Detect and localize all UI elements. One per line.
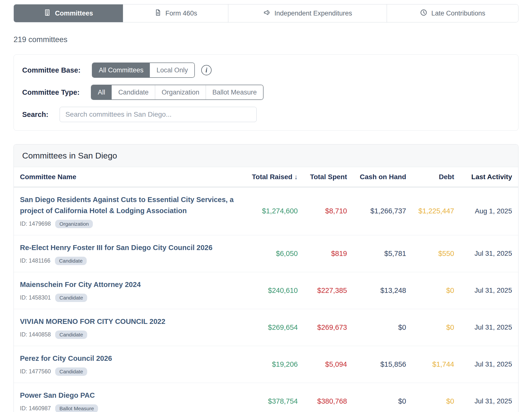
committees-page: Committees Form 460s Independent Expendi…: [0, 0, 532, 412]
total-spent-value: $269,673: [298, 323, 347, 332]
committee-type-badge: Ballot Measure: [55, 404, 98, 412]
column-total-raised[interactable]: Total Raised ↓: [241, 173, 298, 181]
committee-cell: Re-Elect Henry Foster III for San Diego …: [20, 242, 241, 265]
total-raised-value: $240,610: [241, 286, 298, 295]
committee-cell: San Diego Residents Against Cuts to Esse…: [20, 194, 241, 228]
committee-id: ID: 1481166: [20, 257, 50, 264]
committee-cell: Perez for City Council 2026 ID: 1477560 …: [20, 353, 241, 376]
committee-id: ID: 1460987: [20, 405, 51, 412]
total-spent-value: $380,768: [298, 397, 347, 405]
cash-on-hand-value: $15,856: [347, 360, 406, 368]
type-option-candidate[interactable]: Candidate: [112, 85, 155, 99]
tab-late-contributions[interactable]: Late Contributions: [387, 4, 518, 22]
committee-meta: ID: 1479698 Organization: [20, 220, 241, 228]
table-row: Maienschein For City Attorney 2024 ID: 1…: [14, 272, 518, 309]
cash-on-hand-value: $5,781: [347, 250, 406, 258]
tab-bar: Committees Form 460s Independent Expendi…: [14, 4, 518, 22]
committee-name-link[interactable]: Power San Diego PAC: [20, 390, 241, 401]
last-activity-value: Jul 31, 2025: [454, 360, 512, 368]
cash-on-hand-value: $0: [347, 323, 406, 332]
column-cash-on-hand[interactable]: Cash on Hand: [347, 173, 406, 181]
type-option-organization[interactable]: Organization: [155, 85, 206, 99]
clock-icon: [420, 9, 427, 18]
base-option-all-committees[interactable]: All Committees: [92, 63, 150, 77]
committee-type-badge: Organization: [55, 220, 93, 228]
debt-value: $1,225,447: [406, 207, 454, 215]
last-activity-value: Jul 31, 2025: [454, 323, 512, 331]
search-label: Search:: [22, 111, 48, 119]
total-raised-value: $19,206: [241, 360, 298, 368]
total-spent-value: $227,385: [298, 286, 347, 295]
committee-type-badge: Candidate: [55, 257, 87, 265]
tab-label: Form 460s: [166, 10, 197, 17]
committee-count: 219 committees: [14, 35, 518, 44]
total-raised-value: $1,274,600: [241, 207, 298, 215]
committee-type-row: Committee Type: All Candidate Organizati…: [22, 85, 510, 100]
committee-type-badge: Candidate: [55, 294, 87, 302]
column-last-activity[interactable]: Last Activity: [454, 173, 512, 181]
committee-id: ID: 1440858: [20, 331, 51, 338]
committee-name-link[interactable]: San Diego Residents Against Cuts to Esse…: [20, 194, 241, 216]
debt-value: $0: [406, 286, 454, 295]
search-input[interactable]: [60, 107, 257, 122]
type-option-all[interactable]: All: [91, 85, 112, 99]
column-total-spent[interactable]: Total Spent: [298, 173, 347, 181]
type-option-ballot-measure[interactable]: Ballot Measure: [206, 85, 263, 99]
total-spent-value: $8,710: [298, 207, 347, 215]
column-committee-name[interactable]: Committee Name: [20, 173, 241, 181]
committee-meta: ID: 1460987 Ballot Measure: [20, 404, 241, 412]
committee-meta: ID: 1477560 Candidate: [20, 367, 241, 376]
tab-label: Committees: [55, 10, 93, 17]
last-activity-value: Jul 31, 2025: [454, 250, 512, 257]
last-activity-value: Jul 31, 2025: [454, 397, 512, 405]
cash-on-hand-value: $13,248: [347, 286, 406, 295]
total-spent-value: $5,094: [298, 360, 347, 368]
committee-meta: ID: 1458301 Candidate: [20, 294, 241, 302]
info-icon[interactable]: i: [201, 65, 212, 75]
table-row: Re-Elect Henry Foster III for San Diego …: [14, 235, 518, 272]
table-title: Committees in San Diego: [14, 144, 518, 167]
committee-base-row: Committee Base: All Committees Local Onl…: [22, 63, 510, 78]
committee-name-link[interactable]: VIVIAN MORENO FOR CITY COUNCIL 2022: [20, 316, 241, 327]
debt-value: $0: [406, 397, 454, 405]
last-activity-value: Aug 1, 2025: [454, 207, 512, 215]
column-debt[interactable]: Debt: [406, 173, 454, 181]
total-raised-value: $378,754: [241, 397, 298, 405]
sort-desc-icon: ↓: [294, 173, 298, 181]
base-option-local-only[interactable]: Local Only: [150, 63, 194, 77]
committee-base-toggle: All Committees Local Only: [92, 63, 195, 78]
total-raised-value: $269,654: [241, 323, 298, 332]
search-row: Search:: [22, 107, 510, 122]
committee-name-link[interactable]: Perez for City Council 2026: [20, 353, 241, 364]
cash-on-hand-value: $0: [347, 397, 406, 405]
debt-value: $550: [406, 250, 454, 258]
tab-label: Independent Expenditures: [274, 10, 352, 17]
document-icon: [154, 9, 162, 18]
building-icon: [44, 9, 51, 18]
total-spent-value: $819: [298, 250, 347, 258]
committee-cell: Maienschein For City Attorney 2024 ID: 1…: [20, 279, 241, 302]
committee-name-link[interactable]: Re-Elect Henry Foster III for San Diego …: [20, 242, 241, 253]
last-activity-value: Jul 31, 2025: [454, 286, 512, 294]
committee-id: ID: 1479698: [20, 221, 51, 227]
filter-panel: Committee Base: All Committees Local Onl…: [14, 54, 518, 131]
committee-type-badge: Candidate: [55, 331, 87, 339]
tab-independent-expenditures[interactable]: Independent Expenditures: [228, 4, 387, 22]
committee-base-label: Committee Base:: [22, 66, 81, 74]
committee-type-badge: Candidate: [55, 367, 87, 376]
tab-form-460s[interactable]: Form 460s: [123, 4, 228, 22]
debt-value: $0: [406, 323, 454, 332]
cash-on-hand-value: $1,266,737: [347, 207, 406, 215]
committee-name-link[interactable]: Maienschein For City Attorney 2024: [20, 279, 241, 290]
committee-type-label: Committee Type:: [22, 88, 80, 96]
debt-value: $1,744: [406, 360, 454, 368]
table-row: Power San Diego PAC ID: 1460987 Ballot M…: [14, 383, 518, 412]
table-body: San Diego Residents Against Cuts to Esse…: [14, 187, 518, 412]
committees-table-card: Committees in San Diego Committee Name T…: [14, 144, 518, 412]
table-header-row: Committee Name Total Raised ↓ Total Spen…: [14, 167, 518, 187]
tab-committees[interactable]: Committees: [14, 4, 123, 22]
committee-id: ID: 1458301: [20, 294, 51, 301]
table-row: San Diego Residents Against Cuts to Esse…: [14, 187, 518, 235]
committee-cell: Power San Diego PAC ID: 1460987 Ballot M…: [20, 390, 241, 412]
table-row: VIVIAN MORENO FOR CITY COUNCIL 2022 ID: …: [14, 309, 518, 346]
